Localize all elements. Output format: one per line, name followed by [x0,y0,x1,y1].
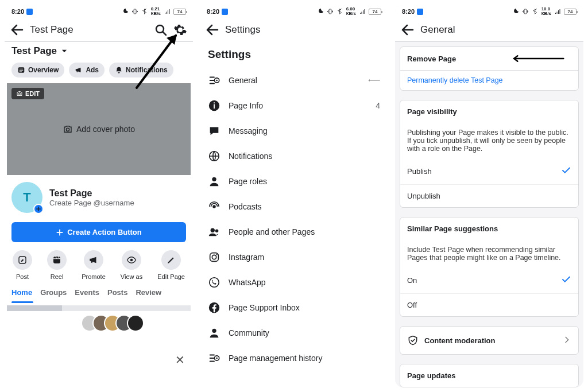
general-header: General [395,18,583,42]
settings-heading: Settings [200,41,388,68]
settings-item-instagram[interactable]: Instagram [200,244,388,270]
page-actions-row: Post Reel Promote View as Edit Page [5,244,193,282]
pencil-icon [166,255,176,265]
person-icon [208,175,220,188]
page-title-dropdown[interactable]: Test Page [5,42,193,60]
globe-icon [208,150,220,162]
signal-icon [164,8,171,15]
eye-icon [126,255,137,265]
settings-item-support[interactable]: Page Support Inbox [200,295,388,320]
remove-page-header: Remove Page [400,47,578,71]
bluetooth-icon [336,8,343,15]
action-promote[interactable]: Promote [82,250,106,280]
check-icon [561,165,571,177]
back-icon[interactable] [10,23,24,37]
story-bubble[interactable] [127,315,144,332]
create-action-button[interactable]: Create Action Button [11,222,186,242]
similar-desc: Include Test Page when recommending simi… [400,240,578,267]
close-icon[interactable]: ✕ [175,353,185,367]
facebook-icon [208,301,220,314]
action-post[interactable]: Post [13,250,32,280]
plus-icon [56,228,64,236]
page-info-badge: 4 [376,101,380,110]
chat-icon [208,125,220,137]
chip-ads[interactable]: Ads [69,63,105,77]
create-username-link[interactable]: Create Page @username [49,199,134,207]
settings-item-general[interactable]: General [200,68,388,93]
card-moderation[interactable]: Content moderation [400,326,579,355]
sliders-gear-icon [208,74,220,87]
battery-icon: 74 [173,9,186,15]
edit-square-icon [17,255,28,265]
annotation-arrow-icon [368,74,380,87]
bluetooth-icon [141,8,148,15]
settings-list: General Page Info 4 Messaging Notificati… [200,68,388,371]
action-editpage[interactable]: Edit Page [157,250,185,280]
tab-indicator [11,301,33,303]
option-on[interactable]: On [400,267,578,293]
tab-review[interactable]: Review [136,288,161,297]
caret-down-icon [60,47,68,55]
settings-item-page-info[interactable]: Page Info 4 [200,93,388,118]
info-icon [208,99,220,112]
megaphone-icon [88,255,99,265]
settings-item-notifications[interactable]: Notifications [200,143,388,169]
page-title-text: Test Page [11,45,57,57]
annotation-arrow-icon [502,54,571,63]
page-tabs: Home Groups Events Posts Review [5,282,193,299]
action-viewas[interactable]: View as [121,250,142,280]
settings-item-whatsapp[interactable]: WhatsApp [200,270,388,295]
status-app-icon [417,9,423,15]
reel-icon [52,255,62,265]
moon-icon [512,8,519,15]
option-unpublish[interactable]: Unpublish [400,184,578,207]
moderation-label: Content moderation [424,336,496,345]
card-remove-page: Remove Page Permanently delete Test Page [400,46,579,91]
chip-notifications[interactable]: Notifications [109,63,173,77]
settings-item-podcasts[interactable]: Podcasts [200,194,388,219]
settings-item-page-roles[interactable]: Page roles [200,169,388,194]
person-icon [208,327,220,339]
tab-events[interactable]: Events [75,288,99,297]
check-icon [561,274,571,286]
settings-item-history[interactable]: Page management history [200,346,388,371]
tab-home[interactable]: Home [11,288,32,297]
header-title: Settings [225,24,260,36]
vibrate-icon [522,8,529,15]
tab-posts[interactable]: Posts [107,288,127,297]
status-bar: 8:20 10.0КВ/s 74 [395,5,583,18]
vibrate-icon [131,8,138,15]
search-icon[interactable] [154,23,168,37]
signal-icon [554,8,561,15]
back-icon[interactable] [401,23,415,37]
edit-cover-badge[interactable]: EDIT [11,88,44,99]
header-title: Test Page [30,24,74,36]
settings-header: Settings [200,18,388,41]
permanently-delete-link[interactable]: Permanently delete Test Page [400,71,578,90]
gear-icon[interactable] [173,23,187,37]
avatar[interactable]: T [11,182,42,213]
bell-icon [115,66,123,74]
settings-item-community[interactable]: Community [200,320,388,346]
bluetooth-icon [532,8,539,15]
moon-icon [317,8,324,15]
back-icon[interactable] [206,23,219,37]
settings-item-people[interactable]: People and other Pages [200,219,388,244]
screen-page-home: 8:20 0.21КВ/s 74 Test Page Test Page Ove… [5,5,193,387]
action-reel[interactable]: Reel [47,250,67,280]
story-bubbles [5,311,193,335]
status-bar: 8:20 6.00КВ/s 74 [200,5,388,18]
tab-groups[interactable]: Groups [40,288,67,297]
cover-photo-area[interactable]: EDIT Add cover photo [7,83,191,175]
option-off[interactable]: Off [400,293,578,316]
option-publish[interactable]: Publish [400,158,578,184]
avatar-plus-badge[interactable] [33,204,44,214]
similar-title: Similar Page suggestions [400,218,578,240]
megaphone-icon [75,66,83,74]
status-app-icon [26,9,33,15]
instagram-icon [208,251,220,263]
whatsapp-icon [208,276,220,289]
chip-overview[interactable]: Overview [11,63,64,77]
settings-item-messaging[interactable]: Messaging [200,118,388,143]
visibility-desc: Publishing your Page makes it visible to… [400,123,578,158]
